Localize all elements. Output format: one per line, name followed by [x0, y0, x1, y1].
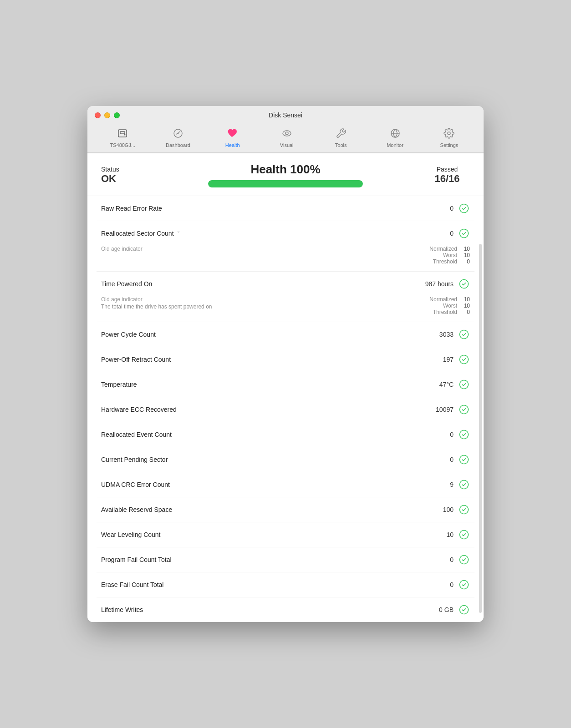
metric-value: 0: [461, 309, 470, 315]
monitor-icon: [390, 128, 401, 141]
expand-metric: Threshold0: [433, 258, 470, 265]
check-icon: [458, 202, 470, 214]
indicator-text: Old age indicator: [101, 246, 420, 252]
svg-point-23: [460, 581, 469, 589]
smart-row[interactable]: Available Reservd Space100: [97, 497, 474, 522]
app-window: Disk Sensei TS480GJ...DashboardHealthVis…: [87, 106, 484, 622]
passed-section: Passed 16/16: [424, 166, 470, 185]
smart-row[interactable]: Lifetime Writes0 GB: [97, 597, 474, 622]
expand-metric: Normalized10: [429, 246, 470, 252]
smart-row-value: 0: [417, 581, 454, 588]
maximize-button[interactable]: [114, 112, 120, 118]
expand-desc: The total time the drive has spent power…: [101, 303, 420, 310]
smart-row[interactable]: Program Fail Count Total0: [97, 547, 474, 572]
disk-icon: [117, 128, 128, 141]
smart-row-value: 987 hours: [417, 280, 454, 288]
metric-value: 10: [461, 246, 470, 252]
svg-point-12: [460, 280, 469, 288]
smart-row[interactable]: Time Powered On987 hours Old age indicat…: [97, 272, 474, 322]
toolbar-item-settings[interactable]: Settings: [431, 125, 467, 152]
health-percent-label: Health 100%: [250, 162, 320, 177]
svg-point-10: [460, 204, 469, 213]
smart-row[interactable]: Reallocated Sector Count ˅0 Old age indi…: [97, 221, 474, 272]
toolbar-label-disk: TS480GJ...: [110, 142, 135, 148]
smart-row-name: Erase Fail Count Total: [101, 581, 413, 588]
smart-row-value: 10: [417, 531, 454, 538]
smart-row-value: 0: [417, 431, 454, 438]
svg-point-18: [460, 455, 469, 464]
svg-point-21: [460, 531, 469, 539]
svg-point-2: [124, 134, 126, 136]
svg-point-22: [460, 556, 469, 564]
smart-row[interactable]: Hardware ECC Recovered10097: [97, 397, 474, 422]
smart-row-value: 10097: [417, 406, 454, 413]
passed-label: Passed: [437, 166, 458, 173]
minimize-button[interactable]: [104, 112, 110, 118]
metric-label: Threshold: [433, 258, 457, 265]
smart-row[interactable]: Reallocated Event Count0: [97, 422, 474, 447]
smart-row[interactable]: Erase Fail Count Total0: [97, 572, 474, 597]
metric-value: 10: [461, 252, 470, 258]
scrollbar[interactable]: [479, 244, 482, 613]
smart-row-value: 3033: [417, 331, 454, 338]
svg-point-11: [460, 229, 469, 238]
svg-point-17: [460, 430, 469, 439]
check-icon: [458, 479, 470, 490]
smart-row-name: Wear Leveling Count: [101, 531, 413, 538]
svg-point-6: [286, 132, 288, 135]
dashboard-icon: [173, 128, 184, 141]
toolbar-item-monitor[interactable]: Monitor: [377, 125, 413, 152]
toolbar-label-dashboard: Dashboard: [166, 142, 190, 148]
passed-value: 16/16: [434, 173, 459, 185]
svg-point-9: [448, 132, 450, 135]
check-icon: [458, 228, 470, 239]
close-button[interactable]: [95, 112, 101, 118]
svg-rect-1: [120, 131, 125, 134]
toolbar-label-health: Health: [225, 142, 240, 148]
toolbar-item-health[interactable]: Health: [214, 125, 251, 152]
smart-row[interactable]: Wear Leveling Count10: [97, 522, 474, 547]
smart-row-value: 0: [417, 230, 454, 237]
smart-row-name: Lifetime Writes: [101, 606, 413, 613]
smart-row-name: UDMA CRC Error Count: [101, 481, 413, 488]
svg-point-14: [460, 355, 469, 364]
expand-metric: Threshold0: [433, 309, 470, 315]
metric-label: Worst: [443, 252, 457, 258]
smart-row[interactable]: Raw Read Error Rate0: [97, 196, 474, 221]
toolbar-item-visual[interactable]: Visual: [269, 125, 305, 152]
smart-row-value: 47°C: [417, 381, 454, 388]
svg-point-4: [177, 133, 178, 134]
smart-row-name: Current Pending Sector: [101, 456, 413, 463]
toolbar-label-monitor: Monitor: [387, 142, 403, 148]
health-center: Health 100%: [147, 162, 424, 187]
expand-metric: Worst10: [443, 303, 470, 309]
smart-row-value: 0 GB: [417, 606, 454, 613]
metric-label: Normalized: [429, 246, 457, 252]
smart-row-name: Reallocated Event Count: [101, 431, 413, 438]
smart-row[interactable]: UDMA CRC Error Count9: [97, 472, 474, 497]
smart-row[interactable]: Power Cycle Count3033: [97, 322, 474, 347]
tools-icon: [336, 128, 347, 141]
metric-label: Worst: [443, 303, 457, 309]
smart-row[interactable]: Current Pending Sector0: [97, 447, 474, 472]
health-bar-container: [208, 180, 363, 187]
indicator-text: Old age indicator: [101, 296, 420, 303]
smart-row-name: Time Powered On: [101, 280, 413, 288]
toolbar-item-tools[interactable]: Tools: [323, 125, 359, 152]
svg-point-19: [460, 480, 469, 489]
check-icon: [458, 529, 470, 541]
expand-right: Normalized10Worst10Threshold0: [429, 296, 470, 315]
smart-row[interactable]: Power-Off Retract Count197: [97, 347, 474, 372]
check-icon: [458, 329, 470, 340]
check-icon: [458, 429, 470, 440]
smart-row-value: 9: [417, 481, 454, 488]
svg-point-13: [460, 330, 469, 339]
check-icon: [458, 579, 470, 591]
visual-icon: [281, 128, 292, 141]
smart-row-value: 0: [417, 556, 454, 563]
smart-row[interactable]: Temperature47°C: [97, 372, 474, 397]
toolbar-item-disk[interactable]: TS480GJ...: [103, 125, 142, 152]
toolbar-item-dashboard[interactable]: Dashboard: [159, 125, 197, 152]
check-icon: [458, 354, 470, 365]
smart-expand-detail: Old age indicatorNormalized10Worst10Thre…: [101, 246, 470, 265]
